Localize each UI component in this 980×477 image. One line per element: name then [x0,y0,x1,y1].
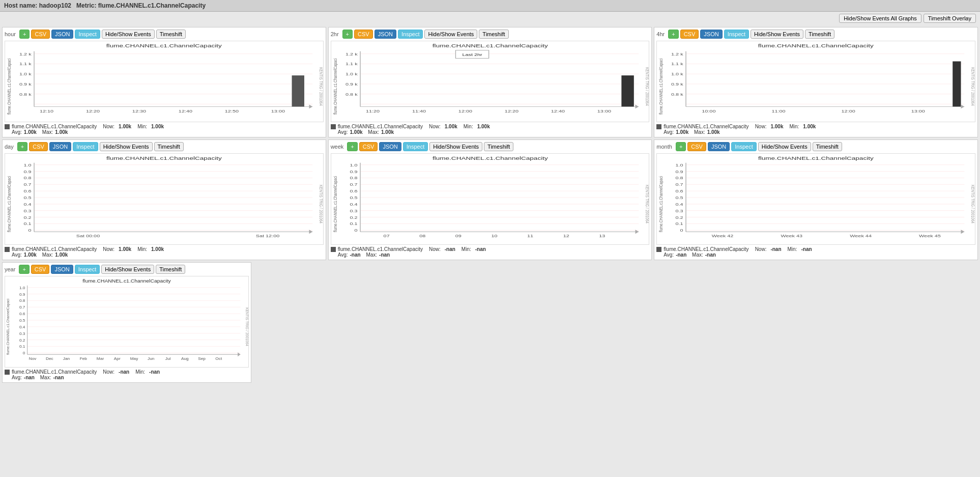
2hr-timeshift-btn[interactable]: Timeshift [479,30,508,39]
panel-month: month + CSV JSON Inspect Hide/Show Event… [654,139,978,260]
2hr-inspect-btn[interactable]: Inspect [398,30,423,39]
month-json-btn[interactable]: JSON [708,142,730,151]
svg-text:0.4: 0.4 [676,202,683,206]
week-timeshift-btn[interactable]: Timeshift [484,142,513,151]
main-content: hour + CSV JSON Inspect Hide/Show Events… [0,25,980,385]
week-label: week [331,144,344,150]
svg-text:Feb: Feb [80,356,88,361]
svg-text:KENTIS TRIG / 2001064: KENTIS TRIG / 2001064 [970,185,975,223]
month-chart: flume.CHANNEL.c1.ChannelCapacity flume.C… [656,153,975,245]
year-chart: flume.CHANNEL.c1.ChannelCapacity flume.C… [5,276,249,368]
hour-json-btn[interactable]: JSON [51,30,73,39]
panel-year: year + CSV JSON Inspect Hide/Show Events… [2,262,251,383]
day-plus-btn[interactable]: + [17,142,27,151]
year-json-btn[interactable]: JSON [51,265,73,274]
metric-value: flume.CHANNEL.c1.ChannelCapacity [98,2,206,9]
4hr-csv-btn[interactable]: CSV [680,30,699,39]
svg-text:flume.CHANNEL.c1.ChannelCapaci: flume.CHANNEL.c1.ChannelCapaci [658,176,664,232]
day-hideshow-btn[interactable]: Hide/Show Events [100,142,153,151]
day-chart: flume.CHANNEL.c1.ChannelCapacity flume.C… [5,153,324,245]
svg-text:1.1 k: 1.1 k [345,62,358,66]
svg-text:flume.CHANNEL.c1.ChannelCapaci: flume.CHANNEL.c1.ChannelCapacity [82,278,171,284]
svg-text:0.8 k: 0.8 k [671,92,683,96]
svg-text:0.9 k: 0.9 k [345,81,358,86]
svg-rect-15 [292,75,304,106]
svg-text:Dec: Dec [46,356,53,361]
svg-rect-39 [621,75,633,106]
hour-timeshift-btn[interactable]: Timeshift [156,30,186,39]
year-timeshift-btn[interactable]: Timeshift [156,265,185,274]
svg-text:0.7: 0.7 [350,182,357,187]
month-timeshift-btn[interactable]: Timeshift [813,142,842,151]
svg-text:12:30: 12:30 [132,109,146,114]
month-hideshow-btn[interactable]: Hide/Show Events [758,142,811,151]
svg-text:0: 0 [23,351,25,355]
2hr-label: 2hr [331,31,339,37]
2hr-json-btn[interactable]: JSON [374,30,396,39]
svg-text:Apr: Apr [114,356,121,361]
month-plus-btn[interactable]: + [676,142,686,151]
2hr-hideshow-btn[interactable]: Hide/Show Events [424,30,477,39]
svg-text:Week 45: Week 45 [919,234,941,238]
day-csv-btn[interactable]: CSV [29,142,48,151]
panel-4hr: 4hr + CSV JSON Inspect Hide/Show Events … [654,27,978,137]
svg-text:1.0 k: 1.0 k [671,72,683,76]
svg-text:0.3: 0.3 [676,208,683,213]
svg-text:0.1: 0.1 [350,221,357,226]
day-inspect-btn[interactable]: Inspect [73,142,98,151]
week-json-btn[interactable]: JSON [379,142,401,151]
4hr-inspect-btn[interactable]: Inspect [724,30,749,39]
svg-text:0.8: 0.8 [23,176,31,180]
svg-marker-40 [635,104,639,108]
year-inspect-btn[interactable]: Inspect [75,265,100,274]
day-json-btn[interactable]: JSON [49,142,71,151]
hour-csv-btn[interactable]: CSV [31,30,50,39]
svg-text:13: 13 [599,234,605,238]
timeshift-overlay-btn[interactable]: Timeshift Overlay [924,14,976,23]
4hr-json-btn[interactable]: JSON [700,30,722,39]
svg-text:Last 2hr: Last 2hr [462,52,482,57]
svg-text:12:20: 12:20 [86,109,100,114]
year-csv-btn[interactable]: CSV [31,265,50,274]
svg-text:flume.CHANNEL.c1.ChannelCapaci: flume.CHANNEL.c1.ChannelCapacity [106,155,222,161]
hour-hideshow-btn[interactable]: Hide/Show Events [102,30,155,39]
svg-text:0: 0 [680,228,683,233]
year-hideshow-btn[interactable]: Hide/Show Events [101,265,154,274]
svg-text:1.0 k: 1.0 k [345,72,358,76]
year-plus-btn[interactable]: + [19,265,29,274]
svg-text:1.1 k: 1.1 k [19,62,32,66]
hour-plus-btn[interactable]: + [19,30,30,39]
week-hideshow-btn[interactable]: Hide/Show Events [429,142,482,151]
svg-text:0.4: 0.4 [350,202,357,206]
hide-show-all-btn[interactable]: Hide/Show Events All Graphs [839,14,921,23]
hour-inspect-btn[interactable]: Inspect [75,30,100,39]
panel-hour: hour + CSV JSON Inspect Hide/Show Events… [2,27,326,137]
svg-text:Aug: Aug [181,356,189,361]
host-value: hadoop102 [39,2,71,9]
svg-text:Week 42: Week 42 [712,234,734,238]
svg-text:flume.CHANNEL.c1.ChannelCapaci: flume.CHANNEL.c1.ChannelCapacity [758,43,874,49]
panel-day-header: day + CSV JSON Inspect Hide/Show Events … [5,142,324,151]
2hr-csv-btn[interactable]: CSV [354,30,373,39]
4hr-hideshow-btn[interactable]: Hide/Show Events [751,30,803,39]
week-plus-btn[interactable]: + [347,142,357,151]
svg-text:flume.CHANNEL.c1.ChannelCapaci: flume.CHANNEL.c1.ChannelCapaci [332,176,337,232]
svg-text:10: 10 [491,234,497,238]
hour-label: hour [5,31,16,37]
month-csv-btn[interactable]: CSV [687,142,706,151]
4hr-timeshift-btn[interactable]: Timeshift [805,30,834,39]
month-inspect-btn[interactable]: Inspect [731,142,756,151]
week-csv-btn[interactable]: CSV [359,142,378,151]
svg-text:Sat 00:00: Sat 00:00 [76,234,100,238]
svg-text:KENTIS TRIG / 2001064: KENTIS TRIG / 2001064 [970,67,975,106]
week-chart: flume.CHANNEL.c1.ChannelCapacity flume.C… [331,153,650,245]
2hr-plus-btn[interactable]: + [342,30,353,39]
svg-text:0.5: 0.5 [350,195,357,200]
day-timeshift-btn[interactable]: Timeshift [154,142,184,151]
svg-text:12:20: 12:20 [505,109,518,114]
svg-text:Oct: Oct [215,356,222,361]
4hr-plus-btn[interactable]: + [668,30,678,39]
month-footer: flume.CHANNEL.c1.ChannelCapacity Now:-na… [656,246,975,258]
week-inspect-btn[interactable]: Inspect [403,142,428,151]
4hr-label: 4hr [656,31,665,37]
